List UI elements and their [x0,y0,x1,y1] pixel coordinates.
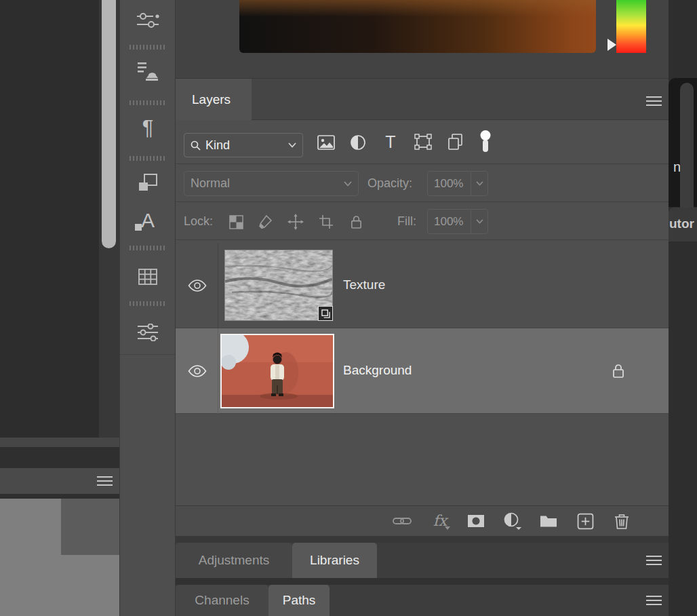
lock-icon [612,363,625,379]
eye-icon [188,365,207,377]
new-layer-button[interactable] [574,511,596,531]
fx-dropdown-arrow [445,526,450,530]
layers-panel-menu-icon[interactable] [646,96,662,107]
layer-row-selected[interactable]: Background [176,328,669,414]
layer-filter-row: Kind T [176,120,669,164]
checkerboard-icon [229,215,243,229]
lock-image-pixels-button[interactable] [256,213,275,231]
panel-tab-bar-channels-paths: Channels Paths [176,585,669,616]
panel-grip-handle[interactable] [130,246,166,250]
layer-row[interactable]: Texture [176,243,669,328]
tab-channels[interactable]: Channels [176,585,268,616]
lock-transparent-pixels-button[interactable] [226,213,245,231]
chevron-down-icon [476,219,483,224]
paragraph-icon: ¶ [142,117,154,138]
tab-layers[interactable]: Layers [176,79,252,120]
layer-locked-icon [608,362,629,381]
canvas-scrollbar-track[interactable] [99,0,119,438]
filter-shape-layers-button[interactable] [412,131,434,153]
new-adjustment-layer-button[interactable] [502,512,523,531]
trash-icon [614,513,629,530]
panel-menu-icon[interactable] [646,596,662,606]
layer-comps-panel-button[interactable] [134,170,161,197]
tab-libraries[interactable]: Libraries [292,543,377,578]
layers-tab-label: Layers [192,92,231,107]
layer-thumbnail[interactable] [224,250,333,321]
search-icon [191,140,201,151]
glyphs-panel-button[interactable]: A [134,207,161,234]
tab-adjustments[interactable]: Adjustments [176,543,292,578]
chevron-down-icon [476,181,483,186]
add-layer-mask-button[interactable] [465,513,487,529]
filter-type-layers-button[interactable]: T [380,130,401,153]
link-layers-button[interactable] [391,512,413,531]
panel-menu-icon[interactable] [97,476,113,486]
paragraph-panel-button[interactable]: ¶ [134,114,161,141]
layer-name[interactable]: Background [343,363,412,378]
canvas-area [0,0,99,438]
grid-panel-button[interactable] [134,263,161,290]
filter-kind-value: Kind [205,138,283,153]
cutoff-tab[interactable]: utor [669,208,697,242]
layers-panel-toolbar: fx [176,505,669,536]
blend-mode-row: Normal Opacity: 100% [176,165,669,202]
visibility-toggle[interactable] [185,362,210,380]
panel-grip-handle[interactable] [130,100,166,105]
layer-mask-icon [467,514,485,528]
canvas-scrollbar-thumb[interactable] [102,0,116,248]
fill-dropdown[interactable]: 100% [427,209,488,234]
properties-panel-button[interactable] [134,7,161,34]
lock-artboard-button[interactable] [317,213,336,231]
type-icon: T [385,134,395,151]
panel-tab-bar-adjustments-libraries: Adjustments Libraries [176,543,669,578]
panel-grip-handle[interactable] [130,301,166,306]
photoshop-workspace: ¶ A [0,0,697,616]
panel-group-gap [176,578,669,585]
move-icon [287,214,304,230]
shape-icon [414,134,432,150]
toggle-switch-icon [479,130,492,154]
layer-style-button[interactable]: fx [429,510,451,532]
fill-label: Fill: [397,214,416,229]
spectrum-bar[interactable] [616,0,646,53]
smart-object-badge-icon [321,309,330,318]
opacity-dropdown[interactable]: 100% [427,171,488,196]
visibility-toggle[interactable] [185,277,210,294]
filter-kind-dropdown[interactable]: Kind [184,133,303,157]
link-icon [393,516,412,526]
layer-thumbnail[interactable] [220,334,334,408]
filter-smart-objects-button[interactable] [445,131,466,153]
layer-name[interactable]: Texture [343,277,385,292]
new-group-button[interactable] [538,513,559,529]
panel-grip-handle[interactable] [130,156,166,161]
blend-mode-dropdown[interactable]: Normal [184,171,359,196]
gradient-stop-marker[interactable] [608,39,616,51]
folder-icon [540,514,557,528]
left-panel-swatch-a [0,499,61,555]
left-panel-top-edge [0,438,119,447]
panel-menu-icon[interactable] [646,556,662,566]
glyphs-icon: A [141,210,155,231]
left-panel-header [0,468,119,494]
chevron-down-icon [288,142,296,148]
panel-grip-handle[interactable] [130,45,166,50]
eye-column-divider [218,243,218,328]
plus-square-icon [577,513,594,530]
lock-all-button[interactable] [346,212,365,231]
lock-position-button[interactable] [286,212,305,231]
panel-group-gap [176,536,669,543]
filter-pixel-layers-button[interactable] [315,132,337,153]
left-panel-header-gap [0,494,119,499]
layers-panel-header: Layers [176,78,669,120]
tab-paths[interactable]: Paths [268,585,330,616]
horizontal-sliders-icon [137,324,159,341]
layers-panel-group: Layers Kind [175,0,669,616]
chevron-down-icon [344,181,352,187]
gradient-preview[interactable] [239,0,596,53]
filter-adjustment-layers-button[interactable] [347,132,369,153]
adjustment-sliders-panel-button[interactable] [134,319,161,346]
blend-mode-value: Normal [191,176,339,191]
filter-on-off-toggle[interactable] [477,129,494,155]
delete-layer-button[interactable] [611,511,633,531]
clone-source-panel-button[interactable] [134,58,161,85]
